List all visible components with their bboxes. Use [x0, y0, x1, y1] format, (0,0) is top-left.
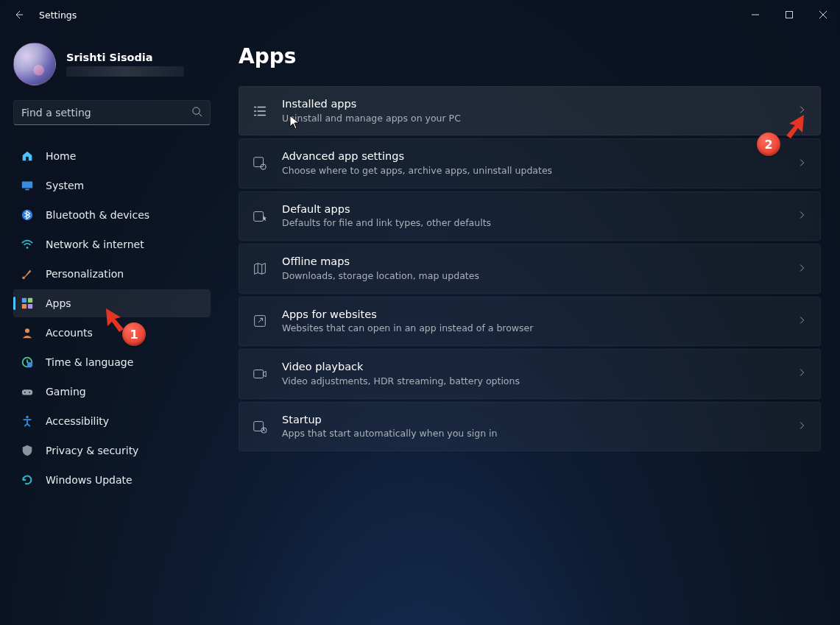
sidebar-item-label: Apps [46, 297, 71, 309]
svg-rect-19 [254, 158, 264, 167]
apps-grid-icon [21, 297, 34, 310]
row-subtitle: Uninstall and manage apps on your PC [282, 113, 783, 125]
row-subtitle: Apps that start automatically when you s… [282, 428, 783, 440]
sidebar-item-time[interactable]: Time & language [13, 348, 211, 376]
svg-point-1 [193, 107, 200, 113]
row-offline-maps[interactable]: Offline maps Downloads, storage location… [239, 244, 821, 293]
row-installed-apps[interactable]: Installed apps Uninstall and manage apps… [239, 86, 821, 135]
row-subtitle: Websites that can open in an app instead… [282, 322, 783, 335]
row-subtitle: Defaults for file and link types, other … [282, 217, 783, 230]
sidebar-item-bluetooth[interactable]: Bluetooth & devices [13, 201, 211, 229]
sidebar-item-label: Accounts [46, 327, 93, 339]
main-content: Apps Installed apps Uninstall and manage… [221, 29, 840, 625]
svg-rect-15 [22, 389, 32, 395]
sidebar-item-label: Personalization [46, 268, 124, 280]
svg-rect-23 [254, 370, 264, 378]
sidebar-item-label: Time & language [46, 356, 133, 368]
list-icon [251, 102, 269, 120]
gamepad-icon [21, 385, 34, 398]
sidebar-item-label: Bluetooth & devices [46, 209, 149, 221]
window-controls [738, 0, 840, 29]
svg-point-7 [22, 277, 25, 280]
svg-point-14 [27, 362, 32, 367]
window-title: Settings [39, 10, 77, 21]
video-icon [251, 365, 269, 383]
row-advanced-app-settings[interactable]: Advanced app settings Choose where to ge… [239, 138, 821, 188]
svg-rect-8 [22, 298, 27, 303]
svg-rect-11 [28, 304, 32, 308]
accessibility-icon [21, 414, 34, 428]
sidebar-item-gaming[interactable]: Gaming [13, 378, 211, 406]
avatar [13, 43, 56, 85]
svg-marker-27 [786, 115, 804, 138]
chevron-right-icon [797, 367, 807, 381]
row-title: Video playback [282, 360, 783, 375]
row-apps-for-websites[interactable]: Apps for websites Websites that can open… [239, 297, 821, 346]
search-box[interactable] [13, 100, 211, 125]
row-title: Default apps [282, 202, 783, 217]
svg-point-17 [29, 392, 30, 393]
annotation-marker-2: 2 [757, 133, 780, 156]
minimize-icon [752, 11, 759, 18]
mouse-cursor-icon [289, 115, 300, 130]
person-icon [21, 326, 34, 339]
svg-rect-0 [786, 12, 793, 18]
sidebar-item-home[interactable]: Home [13, 142, 211, 170]
row-startup[interactable]: Startup Apps that start automatically wh… [239, 402, 821, 451]
search-icon [191, 106, 202, 120]
user-name: Srishti Sisodia [66, 52, 184, 63]
sidebar-item-label: Privacy & security [46, 445, 138, 456]
svg-point-18 [26, 416, 29, 419]
row-title: Startup [282, 413, 783, 428]
svg-rect-24 [254, 422, 264, 431]
sidebar-item-label: Home [46, 150, 76, 162]
home-icon [21, 149, 34, 163]
monitor-icon [21, 179, 34, 192]
minimize-button[interactable] [738, 0, 772, 29]
chevron-right-icon [797, 314, 807, 328]
close-button[interactable] [806, 0, 840, 29]
maximize-button[interactable] [772, 0, 806, 29]
titlebar: Settings [0, 0, 840, 29]
map-icon [251, 260, 269, 278]
sidebar-item-privacy[interactable]: Privacy & security [13, 437, 211, 465]
bluetooth-icon [21, 208, 34, 222]
row-subtitle: Downloads, storage location, map updates [282, 270, 783, 283]
open-external-icon [251, 312, 269, 330]
svg-rect-10 [22, 304, 27, 308]
chevron-right-icon [797, 157, 807, 171]
svg-point-12 [25, 328, 29, 333]
startup-icon [251, 417, 269, 435]
arrow-left-icon [13, 9, 24, 21]
row-title: Apps for websites [282, 308, 783, 322]
row-subtitle: Video adjustments, HDR streaming, batter… [282, 375, 783, 388]
sidebar-item-personalization[interactable]: Personalization [13, 260, 211, 288]
svg-rect-2 [26, 157, 29, 160]
annotation-marker-1: 1 [122, 322, 146, 346]
user-block[interactable]: Srishti Sisodia [13, 43, 213, 85]
close-icon [819, 11, 827, 18]
chevron-right-icon [797, 262, 807, 276]
sidebar-item-label: System [46, 180, 84, 191]
chevron-right-icon [797, 420, 807, 434]
sidebar-item-update[interactable]: Windows Update [13, 466, 211, 494]
sidebar-item-label: Accessibility [46, 415, 109, 427]
search-input[interactable] [21, 107, 191, 119]
sidebar-item-label: Network & internet [46, 239, 144, 250]
svg-rect-9 [28, 298, 32, 303]
back-button[interactable] [13, 9, 36, 21]
row-subtitle: Choose where to get apps, archive apps, … [282, 165, 783, 177]
row-video-playback[interactable]: Video playback Video adjustments, HDR st… [239, 349, 821, 398]
update-icon [21, 473, 34, 487]
app-gear-icon [251, 155, 269, 172]
sidebar-item-accessibility[interactable]: Accessibility [13, 407, 211, 435]
sidebar-item-network[interactable]: Network & internet [13, 230, 211, 258]
sidebar-item-system[interactable]: System [13, 172, 211, 199]
sidebar-item-label: Gaming [46, 386, 86, 398]
row-default-apps[interactable]: Default apps Defaults for file and link … [239, 191, 821, 241]
clock-globe-icon [21, 356, 34, 369]
svg-point-16 [24, 392, 26, 393]
svg-rect-3 [22, 182, 32, 188]
settings-rows: Installed apps Uninstall and manage apps… [227, 86, 821, 451]
row-title: Offline maps [282, 255, 783, 269]
